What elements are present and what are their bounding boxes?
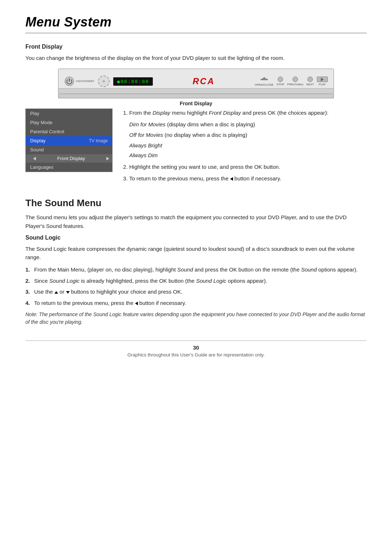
sound-logic-note: Note: The performance of the Sound Logic… xyxy=(25,311,367,326)
dvd-display-caption: Front Display xyxy=(180,101,212,106)
step-1: 1. From the Main Menu, (player on, no di… xyxy=(25,266,367,274)
sound-logic-heading: Sound Logic xyxy=(25,234,367,241)
step-4-text: To return to the previous menu, press th… xyxy=(34,299,186,307)
step-4: 4. To return to the previous menu, press… xyxy=(25,299,367,307)
step-3: 3. Use the or buttons to highlight your … xyxy=(25,288,367,296)
step-3-text: Use the or buttons to highlight your cho… xyxy=(34,288,183,296)
dvd-player-front: ON/STANDBY ●00:00:00 RCA OPEN/CLOSE xyxy=(58,69,334,94)
back-arrow-icon xyxy=(230,177,233,181)
menu-submenu-front-display: Front Display xyxy=(26,154,112,163)
page-footer: 30 Graphics throughout this User's Guide… xyxy=(25,340,367,358)
page-title: Menu System xyxy=(25,15,367,33)
instructions-column: From the Display menu highlight Front Di… xyxy=(123,109,367,186)
choice-always-dim: Always Dim xyxy=(129,151,367,160)
step-2-num: 2. xyxy=(25,277,32,285)
choice-off-for-movies: Off for Movies (no display when a disc i… xyxy=(129,131,367,139)
sound-logic-steps: 1. From the Main Menu, (player on, no di… xyxy=(25,266,367,307)
step-3-num: 3. xyxy=(25,288,32,296)
step-4-num: 4. xyxy=(25,299,32,307)
menu-item-sound-row: Sound Front Display xyxy=(26,145,112,163)
choice-always-bright: Always Bright xyxy=(129,141,367,150)
menu-item-play: Play xyxy=(26,109,112,118)
instruction-step-2: Highlight the setting you want to use, a… xyxy=(129,163,367,171)
dvd-power-area: ON/STANDBY xyxy=(64,76,94,86)
time-display: ●00:00:00 xyxy=(113,77,152,86)
sound-menu-body: The Sound menu lets you adjust the playe… xyxy=(25,213,367,230)
sound-logic-body: The Sound Logic feature compresses the d… xyxy=(25,245,367,262)
instruction-step-1: From the Display menu highlight Front Di… xyxy=(129,109,367,160)
dvd-right-section: OPEN/CLOSE STOP PREV/Video NEXT PLAY xyxy=(255,77,328,86)
svg-marker-2 xyxy=(262,77,267,79)
menu-item-parental: Parental Control xyxy=(26,127,112,136)
disc-slot-icon xyxy=(98,76,110,87)
front-display-heading: Front Display xyxy=(25,44,367,50)
step-1-text: From the Main Menu, (player on, no disc … xyxy=(34,266,358,274)
menu-item-display-active: Display TV Image xyxy=(26,136,112,145)
menu-screenshot: Play Play Mode Parental Control Display … xyxy=(25,109,113,172)
front-display-body: You can change the brightness of the dis… xyxy=(25,54,367,62)
dvd-player-illustration: ON/STANDBY ●00:00:00 RCA OPEN/CLOSE xyxy=(25,69,367,106)
menu-item-playmode: Play Mode xyxy=(26,118,112,127)
on-standby-label: ON/STANDBY xyxy=(76,80,94,83)
page-number: 30 xyxy=(193,344,199,351)
choice-dim-for-movies: Dim for Movies (display dims when a disc… xyxy=(129,120,367,129)
instruction-step-3: To return to the previous menu, press th… xyxy=(129,174,367,183)
step-2: 2. Since Sound Logic is already highligh… xyxy=(25,277,367,285)
rca-logo: RCA xyxy=(193,76,215,86)
dvd-left-section: ON/STANDBY ●00:00:00 xyxy=(64,76,153,87)
step-1-num: 1. xyxy=(25,266,32,274)
step-2-text: Since Sound Logic is already highlighted… xyxy=(34,277,267,285)
open-close-icon xyxy=(260,77,268,82)
menu-item-languages: Languages xyxy=(26,163,112,172)
dvd-bottom-bezel xyxy=(58,94,334,98)
power-icon xyxy=(64,76,74,86)
sound-menu-heading: The Sound Menu xyxy=(25,197,367,209)
front-display-instructions-layout: Play Play Mode Parental Control Display … xyxy=(25,109,367,186)
sound-menu-section: The Sound Menu The Sound menu lets you a… xyxy=(25,197,367,326)
footer-note: Graphics throughout this User's Guide ar… xyxy=(127,352,265,358)
